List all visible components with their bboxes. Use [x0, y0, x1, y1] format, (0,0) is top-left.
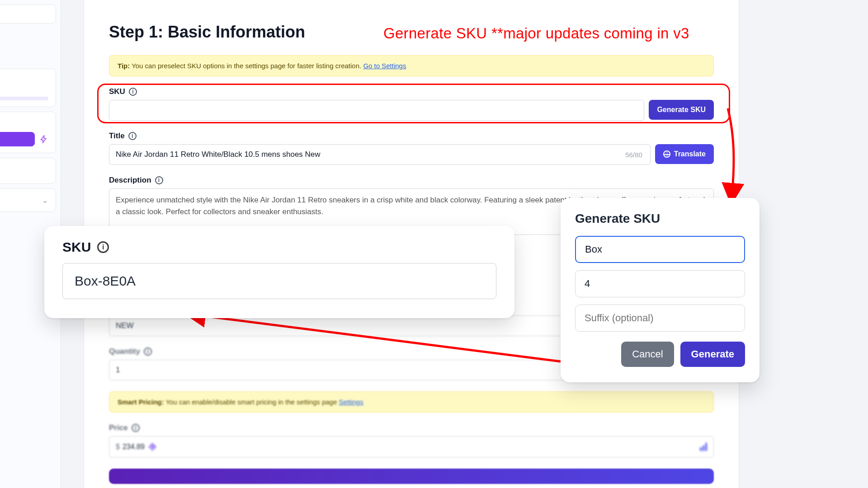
info-icon[interactable]: i: [97, 241, 109, 253]
title-input[interactable]: [109, 144, 651, 165]
popup-title: Generate SKU: [575, 211, 745, 226]
currency-symbol: $: [116, 443, 120, 451]
price-field: Price i $ 234.89: [109, 423, 714, 458]
lightning-icon: [39, 135, 48, 144]
title-label: Title: [109, 131, 125, 141]
sidebar-icon-card: [0, 158, 56, 184]
chevron-down-icon: ⌄: [42, 195, 48, 205]
sku-input[interactable]: [109, 100, 644, 121]
tip-prefix: Tip:: [118, 62, 130, 70]
annotation-headline: Gernerate SKU **major updates coming in …: [383, 25, 689, 42]
info-icon[interactable]: i: [128, 132, 137, 140]
popup-generate-button[interactable]: Generate: [680, 342, 745, 367]
plan-days-left: days left): [0, 84, 48, 91]
title-field: Title i 56/80 Translate: [109, 131, 714, 165]
sparkle-icon: [148, 442, 157, 451]
info-icon[interactable]: i: [155, 176, 163, 184]
globe-icon: [663, 150, 670, 158]
smart-pricing-prefix: Smart Pricing:: [118, 398, 164, 406]
generate-sku-popup: Generate SKU Cancel Generate: [561, 198, 760, 382]
smart-pricing-link[interactable]: Settings: [339, 398, 363, 406]
bar-chart-icon[interactable]: [700, 443, 707, 451]
plan-card: (monthly) days left): [0, 69, 56, 107]
tip-settings-link[interactable]: Go to Settings: [363, 62, 406, 70]
title-char-count: 56/80: [625, 151, 642, 159]
info-icon[interactable]: i: [129, 88, 137, 96]
sku-label: SKU: [109, 87, 125, 96]
popup-suffix-input[interactable]: [575, 305, 745, 332]
bottom-action-bar[interactable]: [109, 469, 714, 484]
sidebar-item-collapsible[interactable]: ngh ⌄: [0, 188, 56, 212]
info-icon[interactable]: i: [132, 424, 140, 432]
info-icon[interactable]: i: [144, 347, 152, 356]
smart-pricing-banner: Smart Pricing: You can enable/disable sm…: [109, 391, 714, 413]
tip-banner: Tip: You can preselect SKU options in th…: [109, 55, 714, 76]
popup-prefix-input[interactable]: [575, 236, 745, 263]
price-label: Price: [109, 423, 128, 432]
plan-monthly: (monthly): [0, 75, 48, 84]
tip-body: You can preselect SKU options in the set…: [132, 62, 361, 70]
translate-button[interactable]: Translate: [655, 144, 714, 164]
sku-result-card: SKU i Box-8E0A: [44, 226, 514, 318]
credits-label: redits Used: [0, 118, 48, 127]
popup-cancel-button[interactable]: Cancel: [621, 342, 674, 367]
credits-card: redits Used: [0, 112, 56, 153]
sku-result-label: SKU: [62, 239, 91, 255]
price-input[interactable]: $ 234.89: [109, 436, 714, 458]
popup-length-input[interactable]: [575, 270, 745, 297]
description-label: Description: [109, 176, 151, 185]
price-value: 234.89: [123, 443, 145, 451]
generate-sku-button[interactable]: Generate SKU: [649, 100, 714, 120]
smart-pricing-body: You can enable/disable smart pricing in …: [165, 398, 337, 406]
credits-action-button[interactable]: [0, 132, 35, 146]
quantity-label: Quantity: [109, 347, 140, 356]
sku-field: SKU i Generate SKU: [109, 87, 714, 121]
sku-result-value[interactable]: Box-8E0A: [62, 263, 496, 299]
